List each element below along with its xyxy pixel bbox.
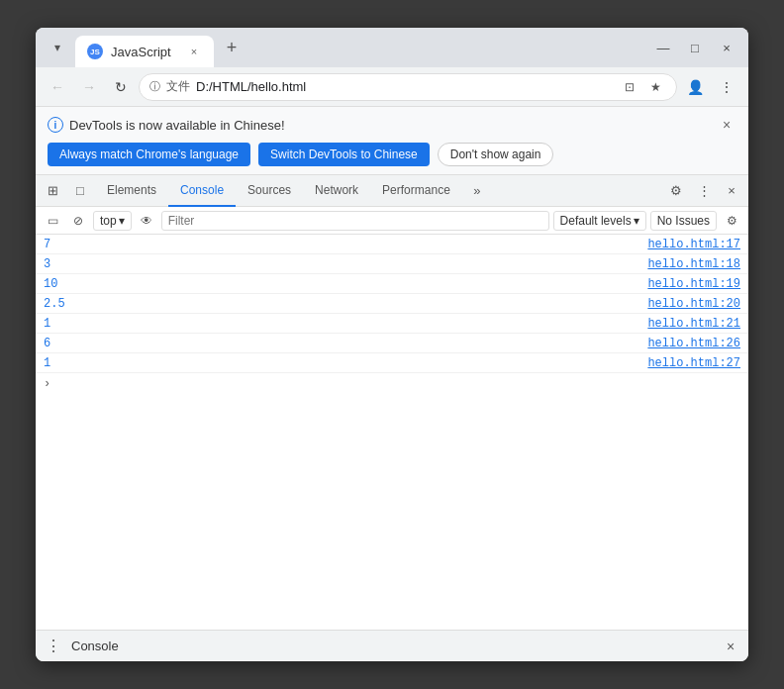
console-row-0: 7 hello.html:17 xyxy=(36,235,748,254)
notification-row2: Always match Chrome's language Switch De… xyxy=(48,143,736,166)
devtools-settings-btn[interactable]: ⚙ xyxy=(663,178,689,204)
forward-icon: → xyxy=(82,79,96,95)
tab-performance[interactable]: Performance xyxy=(370,175,462,207)
console-source-link[interactable]: hello.html:27 xyxy=(647,356,740,370)
notification-close-btn[interactable]: × xyxy=(717,115,736,135)
more-tabs-btn[interactable]: » xyxy=(464,178,490,204)
console-source-link[interactable]: hello.html:26 xyxy=(647,337,740,350)
console-row-6: 1 hello.html:27 xyxy=(36,353,748,373)
devtools-close-btn[interactable]: × xyxy=(719,178,744,204)
notification-text: DevTools is now available in Chinese! xyxy=(69,118,285,133)
switch-to-chinese-btn[interactable]: Switch DevTools to Chinese xyxy=(258,143,430,166)
line-number: 10 xyxy=(44,277,73,291)
console-row-4: 1 hello.html:21 xyxy=(36,314,748,334)
expand-arrow-icon: › xyxy=(44,377,50,391)
console-toolbar: ▭ ⊘ top ▾ 👁 Default levels ▾ No Issues ⚙ xyxy=(36,207,748,235)
console-source-link[interactable]: hello.html:21 xyxy=(647,317,740,331)
address-text: D:/HTML/hello.html xyxy=(196,79,613,94)
levels-arrow-icon: ▾ xyxy=(634,214,639,228)
tab-list: JS JavaScript × xyxy=(75,28,214,67)
console-row-1: 3 hello.html:18 xyxy=(36,254,748,274)
console-source-link[interactable]: hello.html:17 xyxy=(647,238,740,251)
bottom-close-icon: × xyxy=(727,639,735,654)
back-btn[interactable]: ← xyxy=(44,73,71,101)
tab-dropdown-btn[interactable]: ▾ xyxy=(44,34,71,61)
issues-counter[interactable]: No Issues xyxy=(650,211,717,231)
tab-close-btn[interactable]: × xyxy=(186,44,202,59)
line-number: 1 xyxy=(44,356,73,370)
tab-favicon: JS xyxy=(87,44,103,59)
console-gear-icon: ⚙ xyxy=(727,214,737,228)
page-icon: ⓘ xyxy=(149,79,160,94)
tab-sources[interactable]: Sources xyxy=(236,175,303,207)
notification-row1: i DevTools is now available in Chinese! … xyxy=(48,115,736,135)
clear-console-btn[interactable]: ⊘ xyxy=(67,210,89,232)
expand-row[interactable]: › xyxy=(36,373,748,395)
restore-btn[interactable]: □ xyxy=(681,34,709,61)
clear-icon: ⊘ xyxy=(73,214,83,228)
devtools-more-btn[interactable]: ⋮ xyxy=(691,178,717,204)
settings-icon: ⚙ xyxy=(670,183,682,198)
menu-icon: ⋮ xyxy=(720,79,734,95)
address-actions: ⊡ ★ xyxy=(619,76,666,98)
line-number: 1 xyxy=(44,317,73,331)
console-row-5: 6 hello.html:26 xyxy=(36,334,748,353)
browser-window: ▾ JS JavaScript × + — □ × xyxy=(36,28,748,661)
tab-network[interactable]: Network xyxy=(303,175,370,207)
address-bar[interactable]: ⓘ 文件 D:/HTML/hello.html ⊡ ★ xyxy=(139,73,677,101)
reload-btn[interactable]: ↻ xyxy=(107,73,135,101)
bottom-close-btn[interactable]: × xyxy=(721,637,740,656)
context-select[interactable]: top ▾ xyxy=(93,211,132,231)
inspect-element-btn[interactable]: □ xyxy=(67,178,93,204)
more-menu-icon: ⋮ xyxy=(698,183,711,198)
nav-bar: ← → ↻ ⓘ 文件 D:/HTML/hello.html ⊡ ★ 👤 ⋮ xyxy=(36,67,748,107)
bottom-console-bar: ⋮ Console × xyxy=(36,630,748,661)
profile-btn[interactable]: 👤 xyxy=(681,73,709,101)
console-source-link[interactable]: hello.html:20 xyxy=(647,297,740,311)
console-settings-btn[interactable]: ⚙ xyxy=(721,210,742,232)
menu-btn[interactable]: ⋮ xyxy=(713,73,740,101)
line-number: 3 xyxy=(44,257,73,271)
favorite-btn[interactable]: ★ xyxy=(644,76,666,98)
line-number: 7 xyxy=(44,238,73,251)
console-row-3: 2.5 hello.html:20 xyxy=(36,294,748,314)
forward-btn[interactable]: → xyxy=(75,73,103,101)
device-mode-btn[interactable]: ⊞ xyxy=(40,178,65,204)
reload-icon: ↻ xyxy=(115,79,127,95)
context-arrow-icon: ▾ xyxy=(119,214,125,228)
devtools-close-icon: × xyxy=(728,183,735,198)
log-levels-select[interactable]: Default levels ▾ xyxy=(553,211,646,231)
file-label: 文件 xyxy=(166,78,190,95)
dont-show-again-btn[interactable]: Don't show again xyxy=(438,143,554,166)
console-output: 7 hello.html:17 3 hello.html:18 10 hello… xyxy=(36,235,748,630)
eye-icon: 👁 xyxy=(141,214,152,228)
tab-console[interactable]: Console xyxy=(168,175,236,207)
console-source-link[interactable]: hello.html:18 xyxy=(647,257,740,271)
inspect-icon: □ xyxy=(76,183,84,198)
sidebar-toggle-btn[interactable]: ▭ xyxy=(42,210,63,232)
match-language-btn[interactable]: Always match Chrome's language xyxy=(48,143,250,166)
more-tabs-icon: » xyxy=(473,183,480,198)
devtools-tabs: Elements Console Sources Network Perform… xyxy=(95,175,462,206)
active-tab[interactable]: JS JavaScript × xyxy=(75,36,214,67)
tab-title: JavaScript xyxy=(111,45,178,59)
device-icon: ⊞ xyxy=(48,183,58,198)
console-filter-input[interactable] xyxy=(161,211,549,231)
info-icon: i xyxy=(48,117,63,133)
new-tab-btn[interactable]: + xyxy=(218,34,245,61)
bottom-dots-icon: ⋮ xyxy=(46,637,61,655)
console-source-link[interactable]: hello.html:19 xyxy=(647,277,740,291)
minimize-btn[interactable]: — xyxy=(649,34,677,61)
devtools-toolbar: ⊞ □ Elements Console Sources Network Per… xyxy=(36,175,748,207)
window-close-btn[interactable]: × xyxy=(713,34,740,61)
bottom-more-btn[interactable]: ⋮ xyxy=(44,637,63,656)
sidebar-icon: ▭ xyxy=(48,214,58,228)
translate-btn[interactable]: ⊡ xyxy=(619,76,640,98)
live-expressions-btn[interactable]: 👁 xyxy=(136,210,157,232)
bottom-console-label: Console xyxy=(71,639,119,653)
translate-icon: ⊡ xyxy=(625,80,635,94)
title-bar: ▾ JS JavaScript × + — □ × xyxy=(36,28,748,67)
tab-elements[interactable]: Elements xyxy=(95,175,168,207)
profile-icon: 👤 xyxy=(687,79,704,95)
favorite-icon: ★ xyxy=(650,80,661,94)
